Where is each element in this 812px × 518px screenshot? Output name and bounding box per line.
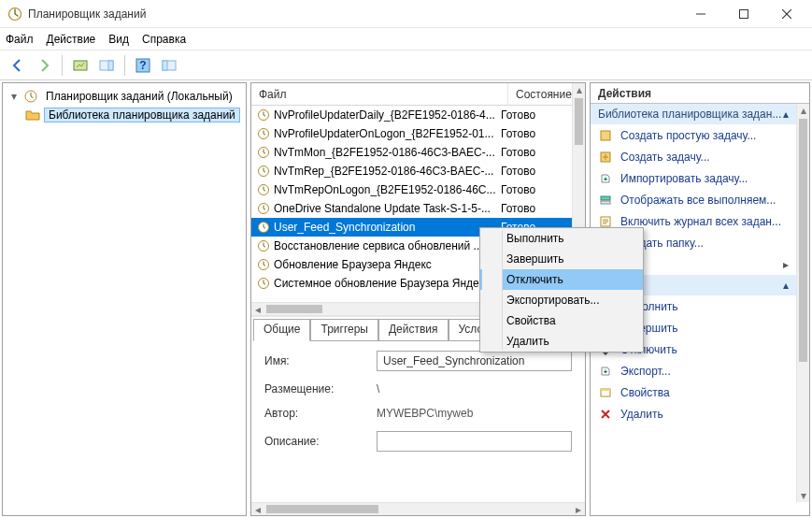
task-name: NvProfileUpdaterDaily_{B2FE1952-0186-4..…	[274, 108, 495, 122]
collapse-icon[interactable]: ▴	[783, 108, 789, 121]
maximize-button[interactable]	[722, 0, 765, 28]
action-label: Выполнить	[620, 300, 789, 313]
scroll-left-icon[interactable]: ◂	[251, 503, 264, 515]
tree-library-label: Библиотека планировщика заданий	[44, 108, 240, 122]
tree-root[interactable]: ▾ Планировщик заданий (Локальный)	[5, 87, 244, 106]
menu-help[interactable]: Справка	[142, 33, 186, 46]
task-name: Системное обновление Браузера Яндекс	[274, 277, 490, 290]
context-menu-item[interactable]: Завершить	[480, 249, 643, 269]
svg-rect-20	[601, 131, 610, 140]
context-menu-item[interactable]: Свойства	[480, 310, 643, 331]
scroll-up-icon[interactable]: ▴	[573, 83, 585, 96]
tree-root-label: Планировщик заданий (Локальный)	[42, 89, 236, 104]
collapse-icon[interactable]: ▴	[783, 279, 789, 292]
location-value: \	[377, 382, 572, 396]
help-button[interactable]: ?	[131, 53, 155, 78]
actions-group-library[interactable]: Библиотека планировщика задан...▴	[591, 104, 796, 124]
action-item[interactable]: Удалить	[591, 403, 796, 424]
tab-0[interactable]: Общие	[253, 319, 310, 341]
name-field[interactable]	[377, 351, 572, 371]
clock-icon	[257, 258, 270, 271]
scroll-right-icon[interactable]: ▸	[572, 503, 585, 515]
app-icon	[7, 7, 22, 22]
task-row[interactable]: NvTmRep_{B2FE1952-0186-46C3-BAEC-...Гото…	[251, 162, 572, 180]
context-menu-item[interactable]: Удалить	[480, 331, 643, 352]
column-file[interactable]: Файл	[251, 83, 508, 105]
task-row[interactable]: OneDrive Standalone Update Task-S-1-5-..…	[251, 199, 572, 218]
menu-file[interactable]: Файл	[6, 33, 34, 46]
tree-library[interactable]: Библиотека планировщика заданий	[5, 106, 244, 124]
location-label: Размещение:	[264, 382, 377, 396]
action-icon	[598, 366, 613, 377]
clock-icon	[257, 202, 270, 215]
scroll-thumb[interactable]	[266, 305, 322, 313]
details-horizontal-scrollbar[interactable]: ◂ ▸	[251, 502, 585, 515]
task-name: NvProfileUpdaterOnLogon_{B2FE1952-01...	[274, 127, 493, 140]
action-item[interactable]: Создать простую задачу...	[591, 124, 796, 146]
tab-general-content: Имя: Размещение: \ Автор: MYWEBPC\myweb …	[253, 341, 583, 461]
task-state: Готово	[495, 183, 572, 196]
window-title: Планировщик заданий	[28, 7, 679, 21]
refresh-button[interactable]	[157, 53, 181, 78]
task-name: Восстановление сервиса обновлений ...	[274, 239, 483, 252]
tab-2[interactable]: Действия	[378, 319, 449, 340]
action-item[interactable]: Экспорт...	[591, 360, 796, 381]
clock-icon	[257, 146, 270, 159]
minimize-button[interactable]	[679, 0, 722, 28]
task-name: NvTmMon_{B2FE1952-0186-46C3-BAEC-...	[274, 146, 495, 159]
task-row[interactable]: NvProfileUpdaterOnLogon_{B2FE1952-01...Г…	[251, 124, 572, 143]
action-label: Импортировать задачу...	[620, 172, 789, 185]
menu-view[interactable]: Вид	[108, 33, 129, 46]
actions-vertical-scrollbar[interactable]: ▴ ▾	[796, 104, 809, 502]
author-label: Автор:	[264, 407, 377, 420]
context-menu: ВыполнитьЗавершитьОтключитьЭкспортироват…	[479, 227, 644, 353]
tree-pane: ▾ Планировщик заданий (Локальный) Библио…	[2, 82, 247, 516]
scroll-up-icon[interactable]: ▴	[797, 104, 809, 117]
scroll-left-icon[interactable]: ◂	[251, 303, 264, 315]
clock-icon	[257, 277, 270, 290]
svg-rect-1	[740, 9, 748, 18]
task-state: Готово	[495, 127, 572, 140]
task-state: Готово	[495, 146, 572, 159]
scroll-thumb[interactable]	[266, 505, 378, 513]
task-row[interactable]: NvTmRepOnLogon_{B2FE1952-0186-46C...Гото…	[251, 180, 572, 199]
action-label: Свойства	[620, 386, 789, 399]
clock-icon	[257, 221, 270, 234]
scroll-thumb[interactable]	[799, 119, 807, 362]
forward-button[interactable]	[32, 53, 56, 78]
show-hide-actions-button[interactable]	[94, 53, 119, 78]
task-row[interactable]: NvProfileUpdaterDaily_{B2FE1952-0186-4..…	[251, 106, 572, 124]
task-name: OneDrive Standalone Update Task-S-1-5-..…	[274, 202, 491, 215]
action-icon	[598, 194, 613, 207]
action-icon	[598, 215, 613, 228]
action-item[interactable]: Свойства	[591, 381, 796, 403]
description-field[interactable]	[377, 431, 572, 452]
action-item[interactable]: Отображать все выполняем...	[591, 189, 796, 210]
expand-icon[interactable]: ▾	[8, 90, 20, 103]
context-menu-item[interactable]: Отключить	[480, 269, 643, 290]
action-label: Удалить	[620, 408, 789, 421]
scroll-down-icon[interactable]: ▾	[797, 489, 809, 502]
clock-icon	[257, 239, 270, 252]
actions-pane-title: Действия	[591, 83, 809, 104]
action-label: Создать папку...	[620, 237, 789, 250]
scroll-thumb[interactable]	[575, 98, 583, 145]
action-item[interactable]: Создать задачу...	[591, 146, 796, 167]
submenu-arrow-icon: ▸	[783, 258, 789, 271]
menu-bar: Файл Действие Вид Справка	[0, 28, 812, 50]
toolbar-separator	[62, 55, 63, 76]
action-label: Завершить	[620, 322, 789, 335]
action-item[interactable]: Импортировать задачу...	[591, 167, 796, 189]
tab-1[interactable]: Триггеры	[310, 319, 378, 340]
toolbar-separator	[124, 55, 125, 76]
clock-icon	[257, 183, 270, 196]
show-hide-tree-button[interactable]	[68, 53, 93, 78]
action-label: Включить журнал всех задан...	[620, 215, 789, 228]
context-menu-item[interactable]: Выполнить	[480, 228, 643, 249]
task-row[interactable]: NvTmMon_{B2FE1952-0186-46C3-BAEC-...Гото…	[251, 143, 572, 162]
close-button[interactable]	[765, 0, 808, 28]
action-icon	[598, 172, 613, 185]
back-button[interactable]	[6, 53, 30, 78]
menu-action[interactable]: Действие	[47, 33, 96, 46]
context-menu-item[interactable]: Экспортировать...	[480, 290, 643, 310]
